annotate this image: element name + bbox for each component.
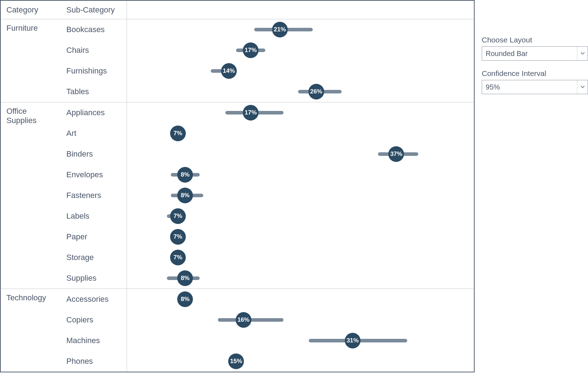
value-point[interactable]: 37%: [388, 146, 404, 162]
subcategory-label[interactable]: Chairs: [61, 40, 127, 61]
data-row: Copiers16%: [61, 310, 474, 330]
value-point[interactable]: 14%: [221, 63, 237, 79]
data-row: Labels7%: [61, 206, 474, 226]
data-row: Accessories8%: [61, 289, 474, 310]
data-row: Phones15%: [61, 351, 474, 372]
subcategory-label[interactable]: Bookcases: [61, 19, 127, 40]
data-row: Machines31%: [61, 330, 474, 351]
header-plot-area: [127, 1, 474, 19]
confidence-label: Confidence Interval: [482, 69, 588, 78]
plot-cell: 21%: [127, 19, 474, 40]
plot-cell: 8%: [127, 289, 474, 310]
data-row: Envelopes8%: [61, 164, 474, 185]
value-point[interactable]: 8%: [177, 270, 193, 286]
data-row: Bookcases21%: [61, 19, 474, 40]
data-row: Fasteners8%: [61, 185, 474, 206]
data-row: Supplies8%: [61, 268, 474, 289]
plot-cell: 8%: [127, 268, 474, 289]
data-row: Chairs17%: [61, 40, 474, 61]
plot-cell: 26%: [127, 81, 474, 102]
plot-cell: 17%: [127, 40, 474, 61]
subcategory-label[interactable]: Supplies: [61, 268, 127, 289]
plot-cell: 14%: [127, 61, 474, 81]
plot-cell: 15%: [127, 351, 474, 372]
rows-area: Accessories8%Copiers16%Machines31%Phones…: [61, 289, 474, 372]
header-subcategory[interactable]: Sub-Category: [61, 1, 127, 19]
layout-control: Choose Layout Rounded Bar: [482, 36, 588, 61]
plot-cell: 8%: [127, 164, 474, 185]
subcategory-label[interactable]: Paper: [61, 226, 127, 247]
plot-cell: 17%: [127, 102, 474, 123]
chart-body: FurnitureBookcases21%Chairs17%Furnishing…: [1, 19, 474, 372]
subcategory-label[interactable]: Phones: [61, 351, 127, 372]
rows-area: Appliances17%Art7%Binders37%Envelopes8%F…: [61, 102, 474, 289]
subcategory-label[interactable]: Furnishings: [61, 61, 127, 81]
controls-panel: Choose Layout Rounded Bar Confidence Int…: [482, 0, 588, 372]
value-point[interactable]: 7%: [170, 250, 186, 265]
caret-down-icon: [577, 47, 588, 60]
subcategory-label[interactable]: Machines: [61, 330, 127, 351]
plot-cell: 7%: [127, 247, 474, 268]
value-point[interactable]: 31%: [345, 333, 361, 348]
value-point[interactable]: 17%: [243, 42, 259, 58]
data-row: Art7%: [61, 123, 474, 144]
plot-cell: 8%: [127, 185, 474, 206]
subcategory-label[interactable]: Tables: [61, 81, 127, 102]
category-block: Office SuppliesAppliances17%Art7%Binders…: [1, 102, 474, 289]
value-point[interactable]: 17%: [243, 105, 259, 121]
plot-cell: 7%: [127, 206, 474, 226]
data-row: Tables26%: [61, 81, 474, 102]
value-point[interactable]: 7%: [170, 229, 186, 245]
plot-cell: 7%: [127, 226, 474, 247]
dashboard: Category Sub-Category FurnitureBookcases…: [0, 0, 588, 372]
value-point[interactable]: 8%: [177, 188, 193, 203]
subcategory-label[interactable]: Art: [61, 123, 127, 144]
chart-header-row: Category Sub-Category: [1, 1, 474, 19]
plot-cell: 37%: [127, 144, 474, 164]
subcategory-label[interactable]: Binders: [61, 144, 127, 164]
value-point[interactable]: 8%: [177, 291, 193, 307]
category-label[interactable]: Office Supplies: [1, 102, 61, 289]
confidence-control: Confidence Interval 95%: [482, 69, 588, 94]
data-row: Paper7%: [61, 226, 474, 247]
subcategory-label[interactable]: Appliances: [61, 102, 127, 123]
value-point[interactable]: 21%: [272, 22, 288, 37]
subcategory-label[interactable]: Fasteners: [61, 185, 127, 206]
data-row: Appliances17%: [61, 102, 474, 123]
data-row: Furnishings14%: [61, 61, 474, 81]
subcategory-label[interactable]: Envelopes: [61, 164, 127, 185]
header-category[interactable]: Category: [1, 1, 61, 19]
category-block: TechnologyAccessories8%Copiers16%Machine…: [1, 289, 474, 372]
confidence-select-value: 95%: [486, 83, 500, 91]
category-label[interactable]: Furniture: [1, 19, 61, 102]
value-point[interactable]: 7%: [170, 126, 186, 141]
layout-select[interactable]: Rounded Bar: [482, 46, 588, 61]
subcategory-label[interactable]: Storage: [61, 247, 127, 268]
plot-cell: 16%: [127, 310, 474, 330]
plot-cell: 31%: [127, 330, 474, 351]
rows-area: Bookcases21%Chairs17%Furnishings14%Table…: [61, 19, 474, 102]
subcategory-label[interactable]: Accessories: [61, 289, 127, 310]
value-point[interactable]: 8%: [177, 167, 193, 183]
layout-label: Choose Layout: [482, 36, 588, 44]
data-row: Binders37%: [61, 144, 474, 164]
value-point[interactable]: 26%: [308, 84, 324, 100]
subcategory-label[interactable]: Copiers: [61, 310, 127, 330]
category-label[interactable]: Technology: [1, 289, 61, 372]
value-point[interactable]: 16%: [236, 312, 251, 328]
subcategory-label[interactable]: Labels: [61, 206, 127, 226]
layout-select-value: Rounded Bar: [486, 50, 528, 58]
data-row: Storage7%: [61, 247, 474, 268]
category-block: FurnitureBookcases21%Chairs17%Furnishing…: [1, 19, 474, 102]
value-point[interactable]: 15%: [228, 353, 244, 369]
chart-panel: Category Sub-Category FurnitureBookcases…: [0, 0, 475, 372]
caret-down-icon: [577, 80, 588, 94]
plot-cell: 7%: [127, 123, 474, 144]
value-point[interactable]: 7%: [170, 208, 186, 224]
confidence-select[interactable]: 95%: [482, 80, 588, 94]
